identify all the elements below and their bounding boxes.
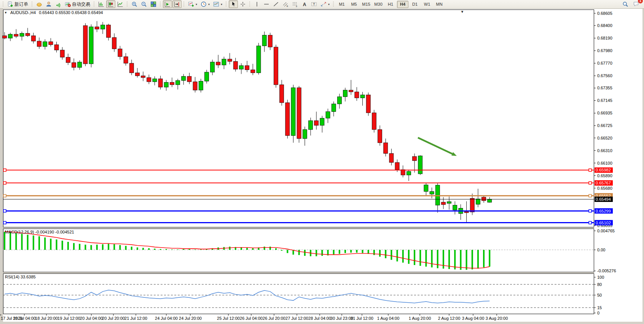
candlestick-chart-button[interactable] [106,0,115,8]
candle [297,88,301,139]
vertical-line-button[interactable] [252,0,261,8]
chart-symbol-title: AUDUSD-,H4 [10,10,36,15]
candle [135,73,139,76]
time-tick-label: 30 Jul 23:00 [330,316,353,321]
price-tick-label: 0.65890 [597,173,612,178]
svg-text:F: F [296,5,298,8]
line-handle[interactable] [589,194,591,197]
candle [262,35,266,46]
arrows-button[interactable]: ▾ [319,0,331,8]
indicators-button[interactable]: ▾ [187,0,199,8]
chart-shift-button[interactable] [172,0,182,8]
timeframe-button-M1[interactable]: M1 [336,1,348,8]
time-tick-label: 1 Aug 20:00 [409,316,431,321]
search-button[interactable] [621,0,630,8]
pane-separator[interactable] [3,272,594,273]
candle [147,78,151,82]
svg-text:E: E [287,5,288,7]
periods-button[interactable]: ▾ [199,0,211,8]
timeframe-button-H1[interactable]: H1 [385,1,396,8]
chart-canvas[interactable]: 0.686050.684000.681900.679800.677700.675… [0,9,644,324]
svg-text:A: A [303,2,306,7]
zoom-in-icon [131,1,137,7]
candle [435,185,440,205]
time-tick-label: 26 Jul 04:00 [240,316,263,321]
periods-dropdown-arrow[interactable]: ▾ [208,3,210,6]
line-handle[interactable] [589,182,591,184]
equidistant-channel-button[interactable]: E [281,0,290,8]
crosshair-button[interactable] [238,0,247,8]
templates-button[interactable]: ▾ [212,0,224,8]
time-tick-label: 20 Jul 04:00 [80,316,103,321]
timeframe-button-H4[interactable]: H4 [397,1,408,8]
horizontal-line-button[interactable] [262,0,271,8]
timeframe-button-D1[interactable]: D1 [409,1,421,8]
line-handle[interactable] [3,194,6,197]
toolbar-grip [31,2,33,7]
auto-trading-label: 自动交易 [72,1,90,8]
timeframe-button-M5[interactable]: M5 [348,1,360,8]
line-handle[interactable] [3,182,6,184]
candle [78,62,82,67]
fibonacci-button[interactable]: F [290,0,300,8]
line-handle[interactable] [3,169,6,172]
candle [453,205,457,210]
cursor-button[interactable] [229,0,238,8]
line-handle[interactable] [589,169,591,172]
auto-trading-button[interactable]: 自动交易 [63,0,92,8]
arrows-dropdown-arrow[interactable]: ▾ [328,3,330,6]
templates-dropdown-arrow[interactable]: ▾ [221,3,222,6]
auto-scroll-button[interactable] [163,0,172,8]
tile-windows-button[interactable] [149,0,158,8]
candlestick-icon [108,1,114,7]
candle [26,33,30,36]
price-tick-label: 0.67355 [597,86,612,90]
current-price-tag-label: 0.65494 [596,197,611,202]
candle [355,92,359,98]
auto-scroll-icon [164,1,171,7]
line-handle[interactable] [589,210,591,212]
svg-text:T: T [313,2,315,6]
candle [182,76,186,81]
candle [464,211,469,213]
price-tick-label: 0.66310 [597,148,612,153]
macd-indicator-label: MACD(12,26,9) -0.004190 -0.004521 [5,230,74,234]
pane-separator[interactable] [3,227,594,229]
bar-chart-button[interactable] [97,0,106,8]
line-handle[interactable] [3,210,6,212]
main-toolbar: 新订单 自动交易 [0,0,644,9]
timeframe-button-MN[interactable]: MN [434,1,445,8]
time-tick-label: 20 Jul 20:00 [102,316,125,321]
candle [37,41,41,46]
window-right-edge [642,9,644,324]
rsi-axis-label: 100 [597,275,604,280]
zoom-in-button[interactable] [130,0,139,8]
price-tick-label: 0.68605 [597,11,612,16]
community-button[interactable] [44,0,53,8]
rsi-axis-label: 15 [597,305,602,310]
line-chart-button[interactable] [116,0,125,8]
text-button[interactable]: A [300,0,309,8]
chart-menu-icon[interactable]: ▼ [4,11,7,14]
line-handle[interactable] [3,221,6,224]
timeframe-button-W1[interactable]: W1 [421,1,433,8]
timeframe-button-M30[interactable]: M30 [373,1,384,8]
bar-chart-icon [98,1,104,7]
signals-button[interactable] [54,0,63,8]
price-tick-label: 0.68400 [597,23,612,28]
candle [141,76,145,78]
new-order-button[interactable]: 新订单 [6,0,30,8]
zoom-out-button[interactable] [139,0,148,8]
chart-shift-marker[interactable]: ▼ [461,10,464,14]
market-watch-button[interactable] [35,0,44,8]
candle [54,45,59,50]
metatrader-window: 新订单 自动交易 [0,0,644,324]
timeframe-button-M15[interactable]: M15 [360,1,372,8]
text-label-button[interactable]: T [309,0,319,8]
time-tick-label: 28 Jul 04:00 [308,316,331,321]
trendline-button[interactable] [271,0,281,8]
price-tick-label: 0.67980 [597,48,612,53]
line-handle[interactable] [589,221,591,224]
indicators-dropdown-arrow[interactable]: ▾ [196,3,197,6]
candle [193,82,197,90]
